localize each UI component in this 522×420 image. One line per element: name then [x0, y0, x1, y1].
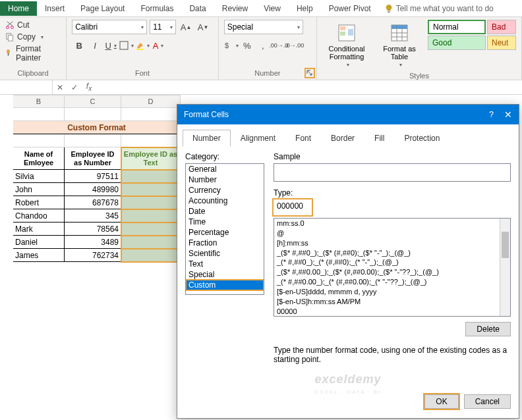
underline-button[interactable]: U▾ [103, 38, 118, 53]
header-id-text[interactable]: Employee ID as Text [121, 147, 181, 170]
cell[interactable] [65, 134, 121, 147]
category-item[interactable]: Scientific [186, 248, 264, 259]
cell[interactable] [121, 249, 181, 262]
category-item[interactable]: Date [186, 206, 264, 217]
cancel-formula-button[interactable]: ✕ [53, 83, 67, 92]
type-item[interactable]: _(* #,##0.00_);_(* (#,##0.00);_(* "-"??_… [274, 277, 510, 287]
copy-button[interactable]: Copy▾ [5, 32, 61, 42]
cell[interactable] [121, 209, 181, 223]
style-neutral[interactable]: Neut [487, 36, 516, 50]
tab-formulas[interactable]: Formulas [132, 1, 181, 16]
type-item[interactable]: _($* #,##0.00_);_($* (#,##0.00);_($* "-"… [274, 267, 510, 277]
header-id-num[interactable]: Employee ID as Number [65, 147, 121, 170]
type-item[interactable]: _(* #,##0_);_(* (#,##0);_(* "-"_);_(@_) [274, 257, 510, 267]
type-item[interactable]: [$-en-US]dddd, mmmm d, yyyy [274, 287, 510, 297]
cell[interactable]: Chandoo [13, 209, 65, 223]
cell[interactable]: Mark [13, 223, 65, 236]
font-name-combo[interactable]: Calibri▾ [72, 20, 147, 34]
tab-insert[interactable]: Insert [37, 1, 72, 16]
type-item[interactable]: 00000 [274, 307, 510, 317]
cell[interactable] [65, 108, 121, 121]
dlgtab-font[interactable]: Font [285, 130, 321, 147]
enter-formula-button[interactable]: ✓ [67, 83, 82, 92]
conditional-formatting-button[interactable]: Conditional Formatting▾ [322, 20, 371, 70]
cell[interactable] [121, 183, 181, 196]
cancel-button[interactable]: Cancel [464, 394, 511, 409]
delete-button[interactable]: Delete [465, 322, 511, 336]
type-item[interactable]: [h]:mm:ss [274, 238, 510, 248]
tab-help[interactable]: Help [289, 1, 321, 16]
tab-data[interactable]: Data [181, 1, 214, 16]
cell[interactable]: 3489 [65, 236, 121, 249]
fx-button[interactable]: fx [82, 82, 96, 92]
cell[interactable] [121, 223, 181, 236]
category-item[interactable]: Custom [186, 280, 264, 290]
col-header[interactable]: B [13, 95, 65, 108]
category-item[interactable]: Percentage [186, 227, 264, 238]
close-button[interactable]: ✕ [504, 109, 512, 120]
category-item[interactable]: General [186, 164, 264, 174]
dlgtab-fill[interactable]: Fill [364, 130, 394, 147]
style-bad[interactable]: Bad [487, 20, 516, 34]
dlgtab-border[interactable]: Border [321, 130, 364, 147]
category-item[interactable]: Currency [186, 185, 264, 196]
tab-review[interactable]: Review [214, 1, 256, 16]
tab-home[interactable]: Home [0, 1, 37, 16]
type-item[interactable]: mm:ss.0 [274, 219, 510, 228]
cell[interactable]: Silvia [13, 170, 65, 183]
dlgtab-alignment[interactable]: Alignment [231, 130, 285, 147]
cell[interactable] [13, 108, 65, 121]
tellme-search[interactable]: Tell me what you want to do [384, 4, 494, 13]
cell[interactable]: 762734 [65, 249, 121, 262]
cell[interactable] [121, 170, 181, 183]
cell[interactable] [121, 196, 181, 209]
number-dialog-launcher[interactable] [304, 68, 315, 78]
percent-button[interactable]: % [240, 38, 254, 53]
fontcolor-button[interactable]: A▾ [151, 38, 165, 53]
type-list[interactable]: mm:ss.0@[h]:mm:ss_($* #,##0_);_($* (#,##… [274, 218, 511, 317]
cut-button[interactable]: Cut [5, 20, 61, 30]
fillcolor-button[interactable]: ▾ [135, 38, 150, 53]
increase-decimal-button[interactable]: .00→.0 [272, 38, 286, 53]
decrease-font-button[interactable]: A▼ [196, 20, 210, 34]
border-button[interactable]: ▾ [119, 38, 134, 53]
scrollbar-thumb[interactable] [502, 232, 509, 258]
cell-styles-gallery[interactable]: Normal Bad Good Neut [428, 20, 516, 50]
cell[interactable] [121, 134, 181, 147]
cell[interactable] [121, 108, 181, 121]
tab-powerpivot[interactable]: Power Pivot [321, 1, 379, 16]
category-item[interactable]: Text [186, 259, 264, 269]
category-item[interactable]: Accounting [186, 196, 264, 206]
cell[interactable]: James [13, 249, 65, 262]
comma-button[interactable]: , [256, 38, 270, 53]
cell[interactable]: 345 [65, 209, 121, 223]
header-name[interactable]: Name of Emloyee [13, 147, 65, 170]
cell[interactable]: 687678 [65, 196, 121, 209]
category-item[interactable]: Time [186, 217, 264, 227]
cell[interactable]: 489980 [65, 183, 121, 196]
type-item[interactable]: [$-en-US]h:mm:ss AM/PM [274, 297, 510, 307]
increase-font-button[interactable]: A▲ [179, 20, 193, 34]
title-cell[interactable]: Custom Format [13, 121, 181, 134]
cell[interactable]: Robert [13, 196, 65, 209]
category-item[interactable]: Number [186, 174, 264, 185]
bold-button[interactable]: B [72, 38, 86, 53]
accounting-format-button[interactable]: $▾ [224, 38, 239, 53]
cell[interactable] [13, 134, 65, 147]
scrollbar[interactable] [500, 219, 510, 316]
font-size-combo[interactable]: 11▾ [150, 20, 176, 34]
dialog-titlebar[interactable]: Format Cells ? ✕ [177, 105, 519, 124]
cell[interactable]: John [13, 183, 65, 196]
format-as-table-button[interactable]: Format as Table▾ [375, 20, 424, 70]
cell[interactable] [121, 236, 181, 249]
type-item[interactable]: @ [274, 228, 510, 238]
tab-pagelayout[interactable]: Page Layout [72, 1, 132, 16]
help-button[interactable]: ? [489, 110, 494, 119]
dlgtab-number[interactable]: Number [183, 130, 231, 147]
name-box[interactable] [0, 80, 53, 94]
cell[interactable]: 97511 [65, 170, 121, 183]
category-list[interactable]: GeneralNumberCurrencyAccountingDateTimeP… [185, 163, 264, 295]
type-item[interactable]: 000-00-0000 [274, 316, 510, 317]
cell[interactable]: Daniel [13, 236, 65, 249]
dlgtab-protection[interactable]: Protection [394, 130, 450, 147]
